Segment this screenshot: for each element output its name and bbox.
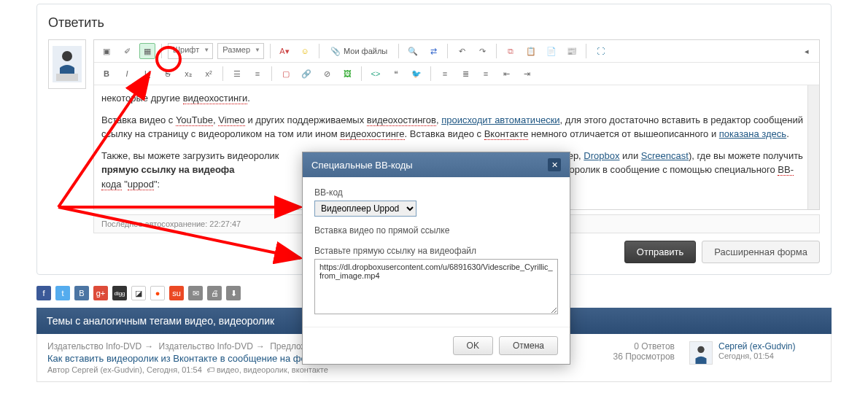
email-icon[interactable]: ✉ <box>188 286 203 300</box>
font-select[interactable]: Шрифт <box>168 43 213 59</box>
copy-icon[interactable]: ⧉ <box>503 43 519 59</box>
align-center-icon[interactable]: ≣ <box>457 66 473 82</box>
editor-scrollbar[interactable] <box>807 85 819 209</box>
image-icon[interactable]: 🖼 <box>339 66 355 82</box>
myfiles-button[interactable]: 📎Мои файлы <box>325 44 392 58</box>
find-icon[interactable]: 🔍 <box>405 43 421 59</box>
tag-icon: 🏷 <box>206 365 214 374</box>
undo-icon[interactable]: ↶ <box>454 43 470 59</box>
indent-icon[interactable]: ⇥ <box>519 66 535 82</box>
italic-icon[interactable]: I <box>119 66 135 82</box>
related-stats: 0 Ответов 36 Просмотров <box>602 341 682 374</box>
twitter-icon[interactable]: 🐦 <box>408 66 425 82</box>
url-textarea[interactable] <box>314 259 558 314</box>
shown-here-link[interactable]: показана здесь <box>719 128 786 139</box>
small-avatar <box>689 341 713 365</box>
bbcode-modal: Специальные BB-коды ✕ BB-код Видеоплеер … <box>302 152 570 365</box>
svg-rect-2 <box>56 74 78 81</box>
modal-hint: Вставка видео по прямой ссылке <box>314 225 558 236</box>
bold-icon[interactable]: B <box>98 66 115 82</box>
bbcode-special-icon[interactable]: ▦ <box>139 43 155 59</box>
link-icon[interactable]: 🔗 <box>298 66 314 82</box>
topic-meta: Автор Сергей (ex-Gudvin), Сегодня, 01:54… <box>47 365 594 374</box>
gplus-icon[interactable]: g+ <box>93 286 108 300</box>
close-icon[interactable]: ✕ <box>548 158 561 171</box>
modal-title: Специальные BB-коды <box>311 160 413 171</box>
delicious-icon[interactable]: ◪ <box>131 286 146 300</box>
download-icon[interactable]: ⬇ <box>226 286 241 300</box>
bbcode-label: BB-код <box>314 187 558 198</box>
submit-button[interactable]: Отправить <box>624 241 696 263</box>
print-icon[interactable]: 🖨 <box>207 286 222 300</box>
textcolor-icon[interactable]: A▾ <box>276 43 292 59</box>
url-label: Вставьте прямую ссылку на видеофайл <box>314 246 558 256</box>
vk-icon[interactable]: B <box>74 286 89 300</box>
toggle-toolbar-icon[interactable]: ▣ <box>98 43 115 59</box>
related-user-link[interactable]: Сергей (ex-Gudvin) <box>718 341 796 351</box>
size-select[interactable]: Размер <box>217 43 264 59</box>
align-left-icon[interactable]: ≡ <box>437 66 453 82</box>
unlink-icon[interactable]: ⊘ <box>319 66 335 82</box>
attach-icon: 📎 <box>330 47 341 56</box>
toolbar-row-1: ▣ ✐ ▦ Шрифт Размер A▾ ☺ 📎Мои файлы 🔍 ⇄ ↶ <box>94 40 819 63</box>
strike-icon[interactable]: S <box>160 66 176 82</box>
smiley-icon[interactable]: ☺ <box>297 43 313 59</box>
spoiler-icon[interactable]: ▢ <box>278 66 294 82</box>
modal-header[interactable]: Специальные BB-коды ✕ <box>303 152 570 177</box>
ol-icon[interactable]: ≡ <box>249 66 266 82</box>
user-avatar <box>48 39 86 89</box>
bbcode-select[interactable]: Видеоплеер Uppod <box>314 201 416 217</box>
toolbar-row-2: B I U S x₂ x² ☰ ≡ ▢ 🔗 ⊘ 🖼 <> ❝ <box>94 63 819 85</box>
expand-icon[interactable]: ⛶ <box>592 43 608 59</box>
subscript-icon[interactable]: x₂ <box>180 66 196 82</box>
twitter-share-icon[interactable]: t <box>55 286 70 300</box>
align-right-icon[interactable]: ≡ <box>478 66 494 82</box>
code-icon[interactable]: <> <box>368 66 384 82</box>
collapse-icon[interactable]: ◂ <box>799 43 815 59</box>
eraser-icon[interactable]: ✐ <box>119 43 135 59</box>
related-date: Сегодня, 01:54 <box>718 351 796 360</box>
digg-icon[interactable]: digg <box>112 286 127 300</box>
superscript-icon[interactable]: x² <box>201 66 217 82</box>
advanced-form-button[interactable]: Расширенная форма <box>702 241 820 263</box>
svg-point-1 <box>62 51 72 61</box>
reddit-icon[interactable]: ● <box>150 286 165 300</box>
redo-icon[interactable]: ↷ <box>474 43 490 59</box>
paste-word-icon[interactable]: 📰 <box>564 43 580 59</box>
underline-icon[interactable]: U <box>139 66 155 82</box>
screencast-link[interactable]: Screencast <box>641 150 689 161</box>
dropbox-link[interactable]: Dropbox <box>584 150 619 161</box>
ul-icon[interactable]: ☰ <box>229 66 245 82</box>
paste-text-icon[interactable]: 📄 <box>543 43 559 59</box>
quote-icon[interactable]: ❝ <box>388 66 404 82</box>
cancel-button[interactable]: Отмена <box>499 336 558 355</box>
stumble-icon[interactable]: su <box>169 286 184 300</box>
auto-link[interactable]: происходит автоматически <box>441 114 559 125</box>
svg-point-4 <box>697 346 704 353</box>
reply-title: Ответить <box>48 15 820 31</box>
outdent-icon[interactable]: ⇤ <box>498 66 514 82</box>
facebook-icon[interactable]: f <box>36 286 51 300</box>
paste-icon[interactable]: 📋 <box>523 43 539 59</box>
replace-icon[interactable]: ⇄ <box>425 43 441 59</box>
ok-button[interactable]: OK <box>453 336 493 355</box>
